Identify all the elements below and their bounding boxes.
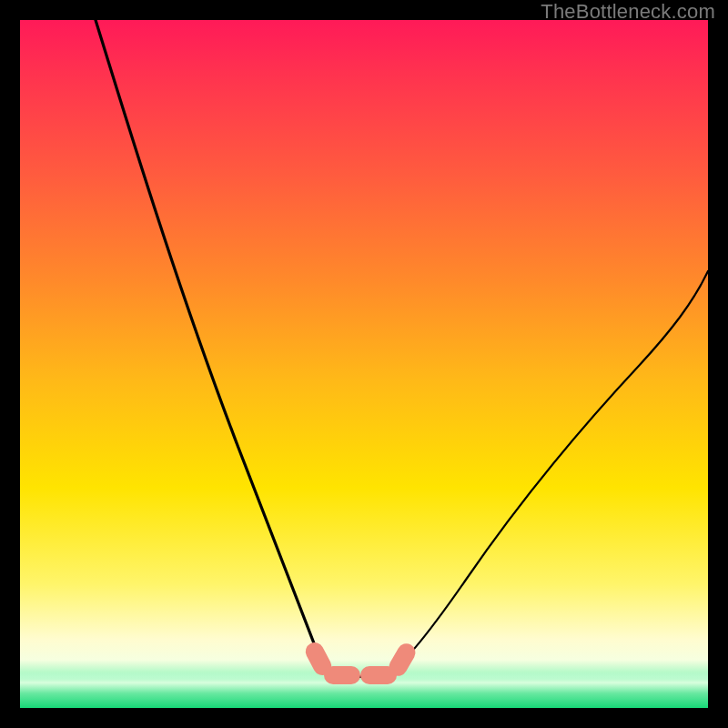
plot-area [20, 20, 708, 708]
outer-frame: TheBottleneck.com [0, 0, 728, 728]
curve-right-branch [385, 271, 708, 675]
marker-blob-left-lower [324, 666, 360, 684]
bottleneck-curve [20, 20, 708, 708]
watermark-text: TheBottleneck.com [541, 0, 715, 24]
curve-left-branch [96, 20, 337, 675]
